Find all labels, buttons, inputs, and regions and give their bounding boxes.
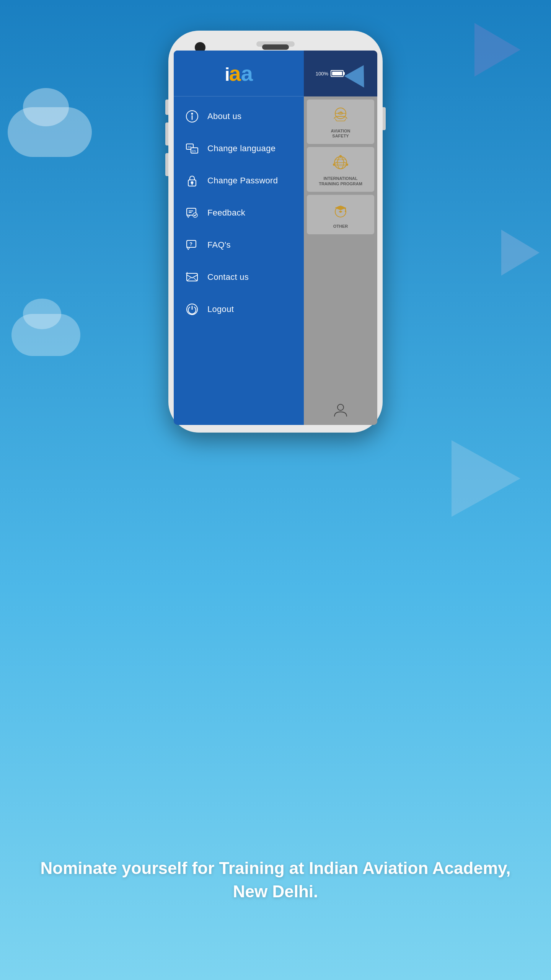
intl-training-card[interactable]: INTERNATIONAL TRAINING PROGRAM [307, 147, 374, 191]
content-cards: AVIATION SAFETY [304, 96, 377, 394]
background-cloud-1 [8, 107, 92, 157]
menu-item-change-password[interactable]: Change Password [174, 165, 304, 197]
svg-point-36 [345, 211, 346, 212]
contact-icon [184, 270, 200, 285]
navigation-arrow-icon [344, 59, 374, 87]
battery-icon [331, 70, 344, 77]
svg-line-16 [187, 278, 191, 281]
phone-screen: i a a About us [174, 51, 377, 425]
svg-point-2 [192, 113, 193, 114]
tagline-text: Nominate yourself for Training at Indian… [38, 856, 513, 903]
other-label: OTHER [333, 224, 348, 229]
aviation-safety-card[interactable]: AVIATION SAFETY [307, 100, 374, 144]
background-plane-top [474, 23, 520, 77]
phone-top-bar [174, 38, 377, 51]
language-icon: FR EN [184, 141, 200, 156]
menu-label-about-us: About us [207, 111, 241, 121]
graduation-icon [330, 200, 351, 221]
content-header: 100% [304, 51, 377, 96]
menu-label-logout: Logout [207, 304, 234, 314]
svg-text:?: ? [189, 241, 192, 247]
faq-icon: ? [184, 237, 200, 253]
tagline-section: Nominate yourself for Training at Indian… [0, 856, 551, 903]
battery-percentage: 100% [316, 71, 328, 77]
content-bottom-bar [304, 394, 377, 425]
menu-label-contact-us: Contact us [207, 272, 249, 282]
battery-info: 100% [316, 70, 344, 77]
drawer-header: i a a [174, 51, 304, 96]
volume-mute-button [165, 100, 168, 115]
svg-point-27 [339, 155, 342, 157]
intl-training-label: INTERNATIONAL TRAINING PROGRAM [319, 176, 362, 186]
background-plane-bottom [452, 440, 528, 517]
svg-line-17 [194, 278, 197, 281]
background-plane-mid [501, 230, 540, 276]
aviation-safety-icon [330, 105, 351, 126]
logo-letter-i: i [225, 64, 229, 85]
phone-frame: i a a About us [168, 31, 383, 433]
other-card[interactable]: OTHER [307, 195, 374, 234]
phone-earpiece [262, 44, 289, 50]
power-button [383, 107, 386, 130]
logo-letter-a-yellow: a [229, 61, 241, 86]
menu-item-feedback[interactable]: Feedback [174, 197, 304, 229]
info-icon [184, 109, 200, 124]
svg-rect-35 [345, 208, 346, 211]
background-cloud-2 [11, 314, 80, 356]
svg-point-29 [346, 163, 348, 166]
menu-item-change-language[interactable]: FR EN Change language [174, 132, 304, 165]
svg-text:EN: EN [192, 150, 196, 152]
globe-icon [330, 152, 351, 173]
menu-label-change-password: Change Password [207, 176, 278, 186]
battery-fill [332, 72, 342, 75]
svg-marker-34 [335, 206, 346, 210]
svg-point-37 [337, 404, 344, 410]
volume-down-button [165, 153, 168, 176]
menu-item-about-us[interactable]: About us [174, 100, 304, 132]
drawer-menu: About us FR EN Change language [174, 96, 304, 425]
menu-label-change-language: Change language [207, 144, 276, 154]
feedback-icon [184, 205, 200, 220]
menu-label-feedback: Feedback [207, 208, 245, 218]
lock-icon [184, 173, 200, 188]
app-logo: i a a [225, 61, 253, 86]
menu-label-faqs: FAQ's [207, 240, 231, 250]
volume-up-button [165, 122, 168, 145]
menu-item-contact-us[interactable]: Contact us [174, 261, 304, 293]
menu-item-logout[interactable]: Logout [174, 293, 304, 325]
svg-point-28 [333, 163, 335, 166]
user-profile-icon[interactable] [332, 401, 349, 418]
logout-icon [184, 302, 200, 317]
navigation-drawer: i a a About us [174, 51, 304, 425]
aviation-safety-label: AVIATION SAFETY [331, 129, 350, 139]
menu-item-faqs[interactable]: ? FAQ's [174, 229, 304, 261]
logo-letter-a-blue: a [241, 61, 253, 86]
content-panel: 100% [304, 51, 377, 425]
